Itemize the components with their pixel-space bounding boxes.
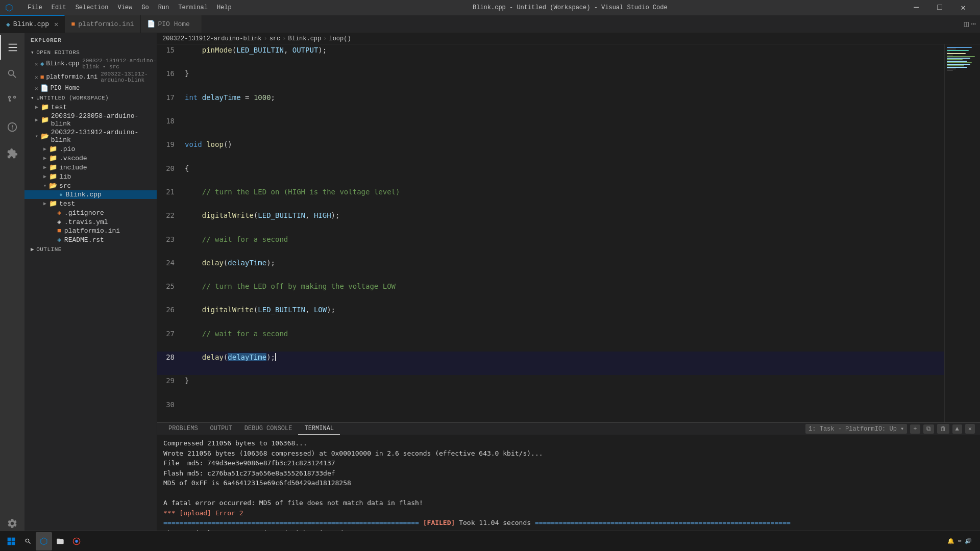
tab-platformio-ini[interactable]: ■ platformio.ini [65,15,140,33]
minimap [944,44,980,422]
close-panel-button[interactable]: ✕ [965,424,975,434]
line-content-23[interactable]: // wait for a second [183,234,944,257]
file-readme[interactable]: ◈ README.rst [24,235,157,244]
text-cursor [275,353,276,361]
line-content-29[interactable]: } [183,375,944,398]
tab-blink-cpp[interactable]: ◆ Blink.cpp ✕ [0,15,65,33]
minimize-button[interactable]: ─ [904,0,928,15]
outline-section[interactable]: ▶ Outline [24,244,157,254]
file-platformio-ini[interactable]: ■ platformio.ini [24,227,157,235]
folder-pio[interactable]: ▶ 📁 .pio [24,144,157,154]
taskbar-time: 🔔 ⌨ 🔊 [947,538,972,544]
code-line-20: 20 { [157,163,944,186]
activity-source-control[interactable] [0,88,24,113]
token: () [224,140,232,148]
activity-search[interactable] [0,62,24,86]
line-content-16[interactable]: } [183,68,944,91]
taskbar-explorer[interactable] [52,532,68,550]
taskbar-vscode[interactable]: ⬡ [36,532,52,550]
more-actions-icon[interactable]: ⋯ [971,19,976,29]
line-content-18[interactable] [183,115,944,139]
tab-problems[interactable]: PROBLEMS [162,423,204,435]
tab-pio-home[interactable]: 📄 PIO Home [141,15,202,33]
open-editor-blink[interactable]: ✕ ◆ Blink.cpp 200322-131912-arduino-blin… [24,57,157,70]
token: ( [232,46,236,54]
maximize-panel-button[interactable]: ▲ [952,424,962,434]
folder-test-2[interactable]: ▶ 📁 test [24,199,157,208]
folder-200319[interactable]: ▶ 📁 200319-223058-arduino-blink [24,112,157,128]
breadcrumb-part-3[interactable]: loop() [329,35,351,42]
line-number-17: 17 [157,92,183,115]
kill-terminal-button[interactable]: 🗑 [937,424,949,434]
folder-include[interactable]: ▶ 📁 include [24,163,157,172]
open-editors-header[interactable]: ▾ Open Editors [24,47,157,57]
start-button[interactable] [2,532,20,550]
line-content-15[interactable]: pinMode(LED_BUILTIN, OUTPUT); [183,44,944,68]
line-content-17[interactable]: int delayTime = 1000; [183,92,944,115]
activity-bar [0,33,24,540]
activity-explorer[interactable] [0,35,24,60]
menu-edit[interactable]: Edit [47,3,70,12]
menu-selection[interactable]: Selection [71,3,113,12]
svg-rect-0 [8,537,11,541]
menu-view[interactable]: View [113,3,136,12]
close-icon-blink[interactable]: ✕ [35,61,38,67]
code-editor[interactable]: 15 pinMode(LED_BUILTIN, OUTPUT); 16 } 17… [157,44,944,422]
chevron-test1: ▶ [33,104,41,110]
menu-run[interactable]: Run [154,3,174,12]
line-content-26[interactable]: digitalWrite(LED_BUILTIN, LOW); [183,304,944,328]
close-icon-piohome[interactable]: ✕ [35,85,38,92]
activity-debug[interactable] [0,115,24,139]
terminal-selector[interactable]: 1: Task - PlatformIO: Up ▾ [805,424,907,434]
maximize-button[interactable]: □ [928,0,951,15]
folder-200322[interactable]: ▾ 📂 200322-131912-arduino-blink [24,128,157,144]
line-content-25[interactable]: // turn the LED off by making the voltag… [183,281,944,304]
line-content-24[interactable]: delay(delayTime); [183,257,944,281]
tab-debug-console[interactable]: DEBUG CONSOLE [238,423,299,435]
token: = [241,93,254,102]
folder-vscode[interactable]: ▶ 📁 .vscode [24,154,157,163]
folder-test-1[interactable]: ▶ 📁 test [24,103,157,112]
folder-src[interactable]: ▾ 📂 src [24,181,157,190]
menu-help[interactable]: Help [213,3,236,12]
close-icon-platformio[interactable]: ✕ [35,74,38,81]
line-content-22[interactable]: digitalWrite(LED_BUILTIN, HIGH); [183,210,944,233]
menu-go[interactable]: Go [137,3,153,12]
add-terminal-button[interactable]: + [910,424,920,434]
line-content-21[interactable]: // turn the LED on (HIGH is the voltage … [183,186,944,210]
line-content-30[interactable] [183,399,944,422]
taskbar-chrome[interactable] [68,532,85,550]
split-terminal-button[interactable]: ⧉ [923,424,934,434]
code-line-16: 16 } [157,68,944,91]
workspace-header[interactable]: ▾ Untitled (Workspace) [24,93,157,103]
close-button[interactable]: ✕ [951,0,975,15]
tab-terminal[interactable]: TERMINAL [298,423,340,435]
folder-icon-test1: 📁 [41,103,49,111]
terminal-line-3: File md5: 749d3ee3e9086e87fb3c21c8231241… [163,458,974,468]
terminal-content[interactable]: Compressed 211056 bytes to 106368... Wro… [157,435,980,540]
folder-icon-200319: 📁 [41,116,49,124]
file-travis[interactable]: ◈ .travis.yml [24,217,157,227]
file-blink-cpp[interactable]: ● Blink.cpp [24,190,157,199]
line-content-27[interactable]: // wait for a second [183,328,944,352]
menu-terminal[interactable]: Terminal [174,3,212,12]
line-content-28[interactable]: delay(delayTime); [183,352,944,375]
open-editor-piohome[interactable]: ✕ 📄 PIO Home [24,84,157,93]
taskbar-search[interactable] [20,532,36,550]
file-icon-blink: ● [59,192,63,198]
folder-icon-test2: 📁 [49,199,57,208]
file-gitignore[interactable]: ◈ .gitignore [24,208,157,217]
line-number-16: 16 [157,68,183,91]
open-editor-platformio[interactable]: ✕ ■ platformio.ini 200322-131912-arduino… [24,70,157,84]
activity-extensions[interactable] [0,141,24,166]
line-content-19[interactable]: void loop() [183,139,944,162]
menu-file[interactable]: File [23,3,46,12]
tab-output[interactable]: OUTPUT [204,423,238,435]
breadcrumb-part-0[interactable]: 200322-131912-arduino-blink [162,35,261,42]
folder-lib[interactable]: ▶ 📁 lib [24,172,157,181]
tab-close-blink[interactable]: ✕ [54,20,58,29]
breadcrumb-part-1[interactable]: src [270,35,281,42]
split-editor-icon[interactable]: ◫ [964,19,969,29]
breadcrumb-part-2[interactable]: Blink.cpp [288,35,321,42]
line-content-20[interactable]: { [183,163,944,186]
